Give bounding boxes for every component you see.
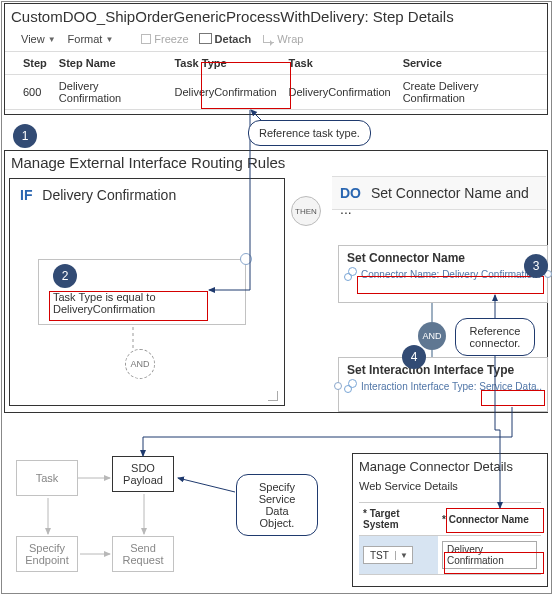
badge-3: 3 (524, 254, 548, 278)
chevron-down-icon: ▼ (395, 551, 412, 560)
mc-col-target-system: Target System (359, 503, 438, 536)
port-icon (334, 382, 342, 390)
gears-icon (344, 379, 358, 393)
col-step: Step (5, 52, 53, 75)
freeze-button[interactable]: Freeze (141, 33, 188, 45)
highlight-connector-name (357, 276, 544, 294)
and-connector: AND (418, 322, 446, 350)
flow-sdo-box: SDO Payload (112, 456, 174, 492)
view-menu[interactable]: View ▼ (21, 33, 56, 45)
step-details-toolbar: View ▼ Format ▼ Freeze Detach Wrap (5, 31, 547, 51)
set-connector-title: Set Connector Name (339, 246, 547, 267)
chevron-down-icon: ▼ (105, 35, 113, 44)
highlight-service-data (481, 390, 545, 406)
do-panel-header: DO Set Connector Name and ... (332, 176, 546, 210)
mc-subtitle: Web Service Details (359, 480, 541, 492)
highlight-task-type (201, 62, 291, 109)
format-menu[interactable]: Format ▼ (68, 33, 114, 45)
gears-icon (344, 267, 358, 281)
target-system-select[interactable]: TST ▼ (363, 546, 413, 564)
expand-icon[interactable] (268, 391, 278, 401)
wrap-button[interactable]: Wrap (263, 33, 303, 45)
if-rule-title: Delivery Confirmation (42, 187, 176, 203)
flow-specify-endpoint-box: Specify Endpoint (16, 536, 78, 572)
set-interaction-title: Set Interaction Interface Type (339, 358, 547, 379)
set-interaction-prefix: Interaction Interface Type: (361, 381, 476, 392)
callout-ref-connector: Reference connector. (455, 318, 535, 356)
callout-ref-task-type: Reference task type. (248, 120, 371, 146)
callout-specify-sdo: Specify Service Data Object. (236, 474, 318, 536)
col-task: Task (283, 52, 397, 75)
highlight-if-clause (49, 291, 208, 321)
highlight-connector-name-value (444, 552, 544, 574)
step-details-title: CustomDOO_ShipOrderGenericProcessWithDel… (5, 4, 547, 31)
flow-send-request-box: Send Request (112, 536, 174, 572)
then-connector: THEN (291, 196, 321, 226)
flow-task-box: Task (16, 460, 78, 496)
do-keyword: DO (340, 185, 361, 201)
set-connector-name-box[interactable]: Set Connector Name Connector Name: Deliv… (338, 245, 548, 303)
detach-icon (201, 35, 212, 44)
col-step-name: Step Name (53, 52, 169, 75)
flow-diagram: Task SDO Payload Specify Endpoint Send R… (8, 460, 228, 588)
badge-2: 2 (53, 264, 77, 288)
if-keyword: IF (20, 187, 32, 203)
wrap-icon (263, 35, 274, 43)
and-connector-placeholder[interactable]: AND (125, 349, 155, 379)
highlight-connector-name-header (446, 508, 544, 533)
badge-1: 1 (13, 124, 37, 148)
if-panel-header: IF Delivery Confirmation (10, 179, 284, 211)
freeze-icon (141, 34, 151, 44)
clause-port-icon (240, 253, 252, 265)
routing-rules-title: Manage External Interface Routing Rules (5, 151, 547, 175)
col-service: Service (397, 52, 547, 75)
mc-title: Manage Connector Details (359, 459, 541, 474)
detach-button[interactable]: Detach (201, 33, 252, 45)
badge-4: 4 (402, 345, 426, 369)
chevron-down-icon: ▼ (48, 35, 56, 44)
